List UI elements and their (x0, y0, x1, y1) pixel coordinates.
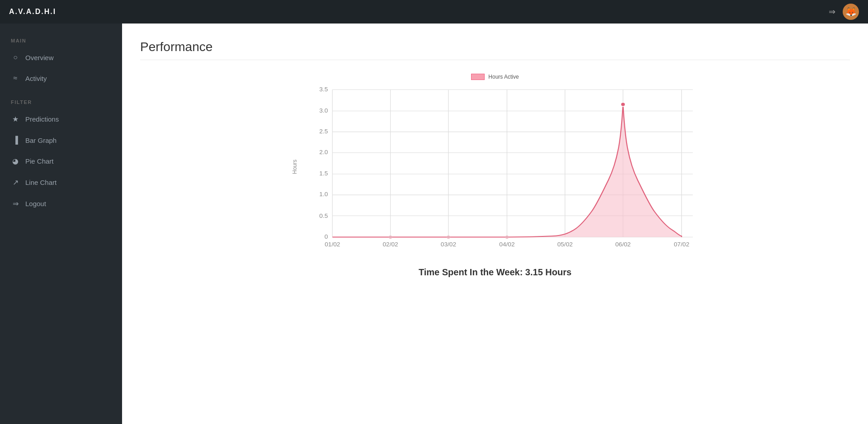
svg-text:03/02: 03/02 (441, 241, 456, 247)
svg-point-31 (389, 236, 392, 239)
line-chart-icon: ↗ (11, 178, 20, 187)
sidebar-item-activity-label: Activity (25, 75, 47, 82)
page-title: Performance (140, 40, 850, 60)
logout-sidebar-icon: ⇒ (11, 199, 20, 208)
sidebar-item-overview-label: Overview (25, 54, 54, 61)
svg-text:07/02: 07/02 (674, 241, 689, 247)
svg-point-32 (447, 236, 450, 239)
svg-point-33 (505, 236, 509, 239)
chart-inner: 0 0.5 1.0 1.5 2.0 2.5 3.0 3.5 01/02 02/0… (304, 85, 698, 249)
activity-icon: ≈ (11, 74, 20, 82)
sidebar-item-bar-graph[interactable]: ▐ Bar Graph (0, 132, 122, 149)
svg-text:02/02: 02/02 (382, 241, 398, 247)
sidebar-item-logout[interactable]: ⇒ Logout (0, 195, 122, 212)
chart-container: Hours Active Hours (292, 74, 698, 249)
sidebar-item-pie-chart[interactable]: ◕ Pie Chart (0, 152, 122, 170)
topbar-right: ⇒ 🦊 (829, 4, 859, 20)
pie-chart-icon: ◕ (11, 157, 20, 165)
legend-label: Hours Active (488, 74, 519, 80)
sidebar-item-bar-graph-label: Bar Graph (25, 137, 57, 144)
sidebar: MAIN ○ Overview ≈ Activity FILTER ★ Pred… (0, 24, 122, 424)
sidebar-item-overview[interactable]: ○ Overview (0, 49, 122, 66)
svg-text:05/02: 05/02 (557, 241, 573, 247)
time-spent-text: Time Spent In the Week: 3.15 Hours (140, 267, 850, 278)
svg-text:1.0: 1.0 (319, 191, 328, 198)
chart-svg: 0 0.5 1.0 1.5 2.0 2.5 3.0 3.5 01/02 02/0… (304, 85, 698, 247)
sidebar-item-pie-chart-label: Pie Chart (25, 157, 54, 165)
predictions-icon: ★ (11, 115, 20, 123)
svg-text:1.5: 1.5 (319, 170, 328, 177)
svg-text:2.5: 2.5 (319, 128, 328, 135)
section-filter-label: FILTER (0, 99, 122, 105)
svg-point-30 (621, 102, 625, 106)
sidebar-item-predictions[interactable]: ★ Predictions (0, 110, 122, 128)
svg-text:04/02: 04/02 (499, 241, 514, 247)
svg-text:3.5: 3.5 (319, 86, 328, 92)
svg-text:3.0: 3.0 (319, 108, 328, 114)
svg-text:0.5: 0.5 (319, 212, 328, 219)
sidebar-item-activity[interactable]: ≈ Activity (0, 70, 122, 87)
svg-text:01/02: 01/02 (325, 241, 340, 247)
y-axis-label: Hours (292, 85, 301, 249)
legend-color-box (471, 74, 485, 80)
sidebar-item-logout-label: Logout (25, 200, 46, 207)
sidebar-item-line-chart-label: Line Chart (25, 179, 57, 186)
sidebar-item-predictions-label: Predictions (25, 115, 59, 123)
topbar: A.V.A.D.H.I ⇒ 🦊 (0, 0, 868, 24)
section-main-label: MAIN (0, 38, 122, 43)
layout: MAIN ○ Overview ≈ Activity FILTER ★ Pred… (0, 24, 868, 424)
chart-legend: Hours Active (292, 74, 698, 80)
logout-icon[interactable]: ⇒ (829, 7, 835, 17)
app-logo: A.V.A.D.H.I (9, 8, 56, 16)
main-content: Performance Hours Active Hours (122, 24, 868, 424)
svg-text:2.0: 2.0 (319, 149, 328, 155)
bar-graph-icon: ▐ (11, 136, 20, 144)
svg-text:06/02: 06/02 (615, 241, 631, 247)
chart-wrap: Hours (292, 85, 698, 249)
overview-icon: ○ (11, 53, 20, 61)
svg-text:0: 0 (325, 234, 328, 240)
sidebar-item-line-chart[interactable]: ↗ Line Chart (0, 174, 122, 191)
avatar[interactable]: 🦊 (843, 4, 859, 20)
